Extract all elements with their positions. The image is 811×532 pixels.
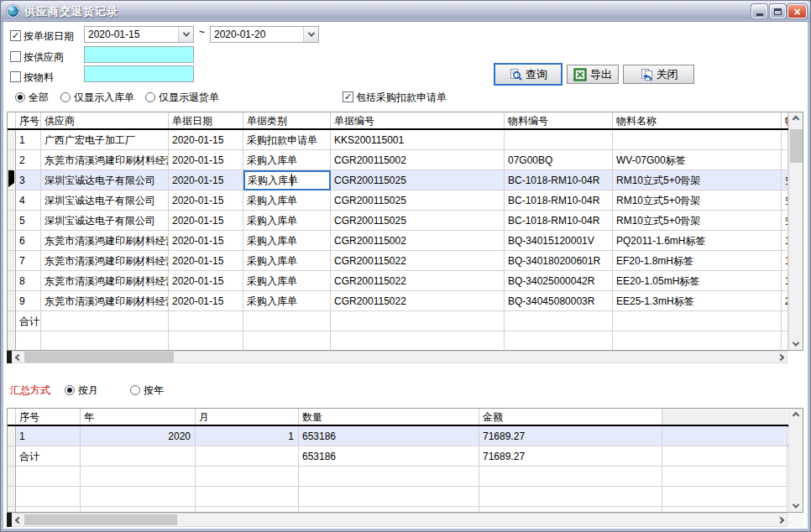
table-cell[interactable]: 采购入库单 bbox=[243, 211, 331, 231]
table-cell[interactable]: PQ2011-1.6mH标签 bbox=[613, 231, 782, 251]
date-from-combobox[interactable]: 2020-01-15 bbox=[84, 26, 194, 43]
by-month-radio[interactable] bbox=[65, 385, 75, 395]
table-cell[interactable]: 71689.27 bbox=[479, 446, 662, 467]
table-cell[interactable]: 东莞市清溪鸿建印刷材料经营部 bbox=[41, 231, 169, 251]
table-cell[interactable] bbox=[299, 487, 479, 507]
table-cell[interactable] bbox=[662, 446, 787, 467]
table-cell[interactable]: BQ-34015120001V bbox=[505, 231, 613, 251]
table-cell[interactable]: 采购入库单 bbox=[243, 150, 331, 170]
table-cell[interactable] bbox=[613, 311, 782, 331]
table-row[interactable]: 6东莞市清溪鸿建印刷材料经营部2020-01-15采购入库单CGR2001150… bbox=[8, 231, 803, 251]
table-cell[interactable]: BC-1018-RM10-04R bbox=[505, 190, 613, 211]
table-cell[interactable] bbox=[662, 467, 787, 487]
table-cell[interactable] bbox=[169, 331, 243, 351]
date-to-combobox[interactable]: 2020-01-20 bbox=[210, 26, 319, 43]
table-cell[interactable]: 东莞市清溪鸿建印刷材料经营部 bbox=[41, 271, 169, 291]
table-cell[interactable]: CGR200115025 bbox=[331, 211, 505, 231]
main-vertical-scrollbar[interactable] bbox=[788, 112, 803, 350]
table-cell[interactable]: 东莞市清溪鸿建印刷材料经营部 bbox=[41, 150, 169, 170]
table-cell[interactable]: 东莞市清溪鸿建印刷材料经营部 bbox=[41, 291, 169, 311]
table-cell[interactable]: CGR200115025 bbox=[331, 170, 505, 190]
table-cell[interactable]: EE20-1.05mH标签 bbox=[613, 271, 782, 291]
table-cell[interactable] bbox=[479, 487, 662, 507]
table-cell[interactable]: 采购入库单 bbox=[243, 251, 331, 271]
table-cell[interactable] bbox=[782, 150, 788, 170]
table-cell[interactable] bbox=[505, 311, 613, 331]
include-deduction-checkbox[interactable] bbox=[343, 91, 353, 102]
scroll-left-button[interactable] bbox=[12, 352, 24, 362]
table-cell[interactable]: 空 bbox=[782, 190, 788, 211]
table-cell[interactable]: 71689.27 bbox=[479, 426, 662, 446]
table-cell[interactable]: CGR200115025 bbox=[331, 190, 505, 211]
table-cell[interactable]: 2 bbox=[16, 150, 41, 170]
column-header[interactable]: 序号 bbox=[16, 409, 81, 425]
column-header[interactable]: 月 bbox=[196, 409, 299, 425]
table-cell[interactable]: 1 bbox=[782, 251, 788, 271]
table-row[interactable]: 12020165318671689.27 bbox=[8, 426, 803, 446]
table-cell[interactable]: 采购入库单 bbox=[243, 291, 331, 311]
scrollbar-thumb[interactable] bbox=[24, 514, 177, 525]
table-cell[interactable]: RM10立式5+0骨架 bbox=[613, 170, 782, 190]
table-cell[interactable] bbox=[81, 507, 196, 513]
export-button[interactable]: 导出 bbox=[567, 65, 619, 84]
query-button[interactable]: 查询 bbox=[494, 63, 562, 86]
table-cell[interactable]: BQ-34045080003R bbox=[505, 291, 613, 311]
table-row[interactable] bbox=[8, 331, 803, 351]
table-cell[interactable] bbox=[613, 331, 782, 351]
table-cell[interactable]: 1 bbox=[16, 426, 81, 446]
table-cell[interactable]: BQ-340180200601R bbox=[505, 251, 613, 271]
table-row[interactable]: 7东莞市清溪鸿建印刷材料经营部2020-01-15采购入库单CGR2001150… bbox=[8, 251, 803, 271]
table-cell[interactable] bbox=[41, 311, 169, 331]
by-year-radio[interactable] bbox=[130, 385, 140, 395]
table-cell[interactable] bbox=[782, 331, 788, 351]
table-cell[interactable]: 5 bbox=[16, 211, 41, 231]
table-cell[interactable]: 1 bbox=[196, 426, 299, 446]
table-cell[interactable]: 东莞市清溪鸿建印刷材料经营部 bbox=[41, 251, 169, 271]
table-row[interactable]: 8东莞市清溪鸿建印刷材料经营部2020-01-15采购入库单CGR2001150… bbox=[8, 271, 803, 291]
table-cell[interactable] bbox=[16, 507, 81, 513]
material-input[interactable] bbox=[84, 65, 194, 82]
table-cell[interactable] bbox=[782, 311, 788, 331]
table-row[interactable]: 1广西广宏电子加工厂2020-01-15采购扣款申请单KKS200115001 bbox=[8, 130, 803, 150]
table-cell[interactable]: 2020-01-15 bbox=[169, 271, 243, 291]
table-cell[interactable]: 2020-01-15 bbox=[169, 190, 243, 211]
table-cell[interactable] bbox=[299, 507, 479, 513]
table-cell[interactable]: 2020-01-15 bbox=[169, 251, 243, 271]
table-cell[interactable] bbox=[81, 446, 196, 467]
table-cell[interactable] bbox=[196, 446, 299, 467]
table-cell[interactable]: 深圳宝诚达电子有限公司 bbox=[41, 170, 169, 190]
supplier-input[interactable] bbox=[84, 46, 194, 63]
table-cell[interactable]: 采购入库单 bbox=[243, 170, 331, 190]
filter-by-supplier-checkbox[interactable] bbox=[10, 51, 21, 62]
column-header[interactable]: 物料名称 bbox=[613, 112, 782, 128]
column-header[interactable]: 单据日期 bbox=[169, 112, 243, 128]
table-cell[interactable]: BC-1018-RM10-04R bbox=[505, 170, 613, 190]
column-header[interactable]: 金额 bbox=[479, 409, 662, 425]
table-cell[interactable]: BQ-34025000042R bbox=[505, 271, 613, 291]
table-row[interactable]: 4深圳宝诚达电子有限公司2020-01-15采购入库单CGR200115025B… bbox=[8, 190, 803, 211]
table-cell[interactable]: CGR200115022 bbox=[331, 271, 505, 291]
column-header[interactable]: 年 bbox=[81, 409, 196, 425]
table-cell[interactable]: 空 bbox=[782, 170, 788, 190]
table-cell[interactable]: 1 bbox=[782, 271, 788, 291]
scope-inbound-radio[interactable] bbox=[60, 92, 71, 102]
table-row[interactable] bbox=[8, 467, 803, 487]
table-cell[interactable]: BC-1018-RM10-04R bbox=[505, 211, 613, 231]
table-cell[interactable]: CGR200115022 bbox=[331, 251, 505, 271]
table-cell[interactable]: 653186 bbox=[299, 446, 479, 467]
table-cell[interactable] bbox=[331, 331, 505, 351]
title-bar[interactable]: 供应商交退货记录 × bbox=[1, 1, 810, 22]
scroll-up-button[interactable] bbox=[789, 112, 803, 125]
table-cell[interactable] bbox=[16, 467, 81, 487]
table-row[interactable] bbox=[8, 507, 803, 513]
summary-horizontal-scrollbar[interactable] bbox=[7, 513, 787, 527]
table-cell[interactable]: 6 bbox=[16, 231, 41, 251]
table-cell[interactable]: 合计 bbox=[16, 311, 41, 331]
table-row[interactable]: 9东莞市清溪鸿建印刷材料经营部2020-01-15采购入库单CGR2001150… bbox=[8, 291, 803, 311]
table-cell[interactable]: KKS200115001 bbox=[331, 130, 505, 150]
table-cell[interactable] bbox=[662, 487, 787, 507]
table-cell[interactable] bbox=[16, 331, 41, 351]
scroll-up-button[interactable] bbox=[789, 409, 803, 421]
resize-grip[interactable] bbox=[787, 513, 803, 527]
scrollbar-thumb[interactable] bbox=[24, 352, 174, 362]
